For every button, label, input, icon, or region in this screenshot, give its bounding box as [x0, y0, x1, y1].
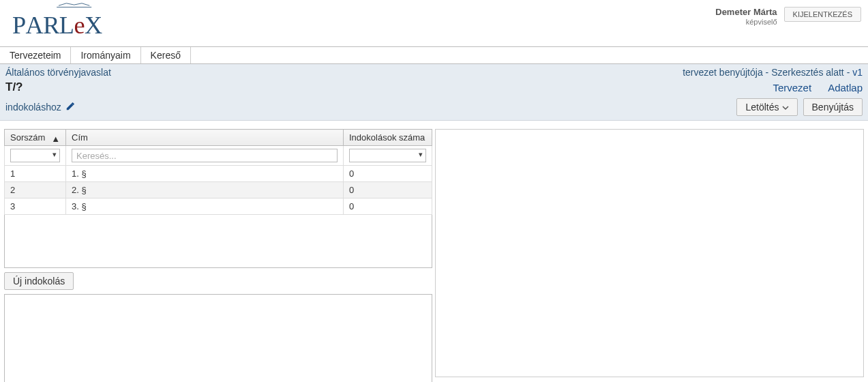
title-bar: Általános törvényjavaslat tervezet benyú…	[0, 64, 868, 121]
cell-count: 0	[344, 166, 432, 182]
col-header-cim[interactable]: Cím	[66, 130, 344, 146]
parlex-logo: PARLeX	[12, 1, 128, 42]
version-link[interactable]: v1	[852, 67, 863, 78]
cell-count: 0	[344, 182, 432, 199]
col-header-indok-count[interactable]: Indokolások száma	[344, 130, 432, 146]
sections-table: Sorszám ▲ Cím Indokolások száma	[4, 129, 432, 215]
left-pane: Sorszám ▲ Cím Indokolások száma	[4, 129, 432, 382]
chevron-down-icon	[782, 102, 789, 113]
col-header-sorszam[interactable]: Sorszám ▲	[5, 130, 66, 146]
col-header-sorszam-label: Sorszám	[10, 132, 45, 143]
status-prefix: tervezet benyújtója	[683, 67, 763, 78]
sort-asc-icon: ▲	[51, 134, 60, 144]
cell-sorszam: 3	[5, 199, 66, 215]
status-path: tervezet benyújtója - Szerkesztés alatt …	[683, 67, 863, 78]
content-area: Sorszám ▲ Cím Indokolások száma	[0, 121, 868, 382]
table-empty-space	[4, 215, 432, 268]
logout-button[interactable]: KIJELENTKEZÉS	[784, 7, 861, 22]
doc-id: T/?	[5, 80, 23, 94]
nav-kereso[interactable]: Kereső	[141, 47, 191, 63]
status-state: Szerkesztés alatt	[771, 67, 844, 78]
cell-count: 0	[344, 199, 432, 215]
table-filter-row	[5, 146, 432, 166]
download-button[interactable]: Letöltés	[736, 98, 797, 116]
user-block: Demeter Márta képviselő	[715, 7, 777, 27]
col-header-indok-count-label: Indokolások száma	[349, 132, 425, 143]
user-role: képviselő	[715, 18, 777, 27]
download-label: Letöltés	[745, 102, 779, 113]
table-row[interactable]: 3 3. § 0	[5, 199, 432, 215]
submit-button[interactable]: Benyújtás	[803, 98, 863, 116]
doc-type-label: Általános törvényjavaslat	[5, 67, 111, 78]
cell-sorszam: 2	[5, 182, 66, 199]
table-header-row: Sorszám ▲ Cím Indokolások száma	[5, 130, 432, 146]
filter-count-dropdown[interactable]	[349, 149, 426, 162]
right-links: Tervezet Adatlap	[773, 82, 863, 93]
new-indokolas-row: Új indokolás	[4, 268, 432, 294]
table-row[interactable]: 1 1. § 0	[5, 166, 432, 182]
cell-sorszam: 1	[5, 166, 66, 182]
action-buttons: Letöltés Benyújtás	[736, 98, 863, 116]
cell-cim: 2. §	[66, 182, 344, 199]
pencil-icon	[65, 102, 75, 113]
svg-text:PARLeX: PARLeX	[12, 12, 102, 39]
nav-tervezeteim[interactable]: Tervezeteim	[0, 47, 71, 63]
table-row[interactable]: 2 2. § 0	[5, 182, 432, 199]
col-header-cim-label: Cím	[72, 132, 88, 143]
header-right: Demeter Márta képviselő KIJELENTKEZÉS	[715, 1, 861, 27]
status-sep: -	[766, 67, 772, 78]
preview-panel	[435, 129, 864, 377]
user-name: Demeter Márta	[715, 7, 777, 18]
nav-iromanyaim[interactable]: Irományaim	[71, 47, 140, 63]
indokolashoz-label: indokoláshoz	[5, 102, 61, 113]
link-tervezet[interactable]: Tervezet	[773, 82, 811, 93]
cell-cim: 3. §	[66, 199, 344, 215]
new-indokolas-button[interactable]: Új indokolás	[4, 272, 74, 290]
indokolashoz-link[interactable]: indokoláshoz	[5, 102, 75, 113]
filter-sorszam-dropdown[interactable]	[10, 149, 60, 162]
app-header: PARLeX Demeter Márta képviselő KIJELENTK…	[0, 0, 868, 46]
cell-cim: 1. §	[66, 166, 344, 182]
filter-cim-input[interactable]	[72, 149, 338, 162]
logo-wrap: PARLeX	[12, 1, 715, 44]
status-sep2: -	[847, 67, 853, 78]
main-navbar: Tervezeteim Irományaim Kereső	[0, 46, 868, 64]
details-panel	[4, 294, 432, 382]
link-adatlap[interactable]: Adatlap	[828, 82, 863, 93]
